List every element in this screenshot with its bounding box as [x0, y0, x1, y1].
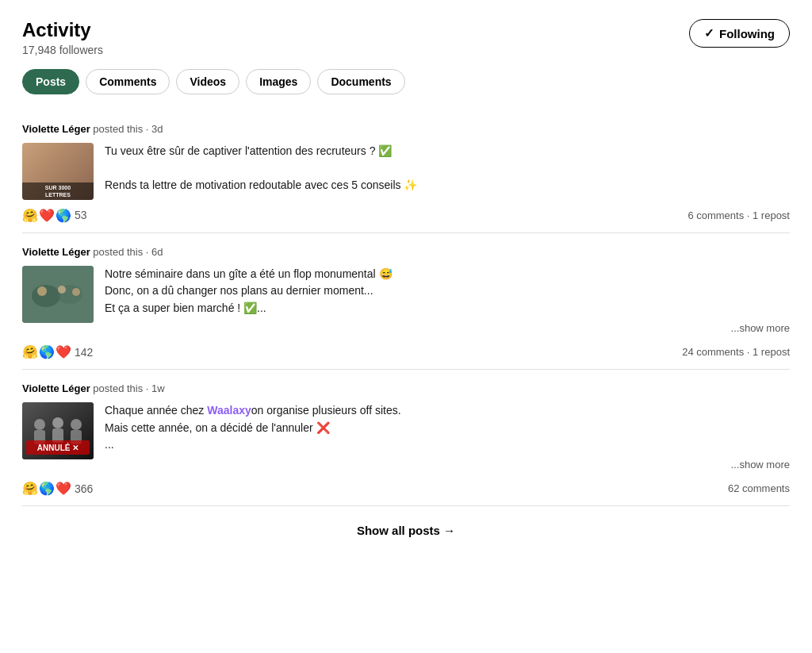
post-content: Chaque année chez Waalaxyon organise plu…	[105, 402, 790, 473]
reactions: 🤗 🌎 ❤️ 142	[22, 344, 93, 359]
post-action: posted this · 1w	[93, 382, 164, 394]
post-item: Violette Léger posted this · 1w	[22, 370, 790, 506]
post-body: ANNULÉ ✕ Chaque année chez Waalaxyon org…	[22, 402, 790, 473]
post-action: posted this · 3d	[93, 123, 163, 135]
reaction-icon-1: 🤗	[22, 344, 38, 359]
thumbnail-image: ANNULÉ ✕	[22, 402, 94, 459]
show-all-posts-button[interactable]: Show all posts →	[357, 524, 455, 537]
post-author: Violette Léger	[22, 123, 90, 135]
post-author: Violette Léger	[22, 246, 90, 258]
post-action: posted this · 6d	[93, 246, 163, 258]
reaction-icon-1: 🤗	[22, 481, 38, 496]
post-text-line2: Donc, on a dû changer nos plans au derni…	[105, 282, 790, 300]
following-button[interactable]: ✓ Following	[689, 19, 790, 48]
tab-comments[interactable]: Comments	[86, 69, 170, 94]
followers-count: 17,948 followers	[22, 44, 103, 56]
tab-images[interactable]: Images	[246, 69, 311, 94]
show-all-posts-section: Show all posts →	[22, 506, 790, 544]
waalaxy-link[interactable]: Waalaxy	[207, 404, 251, 417]
post-footer: 🤗 🌎 ❤️ 142 24 comments · 1 repost	[22, 344, 790, 359]
post-item: Violette Léger posted this · 3d SUR 3000…	[22, 110, 790, 233]
post-meta: Violette Léger posted this · 1w	[22, 382, 790, 394]
post-text-line3: ...	[105, 436, 790, 454]
svg-point-12	[71, 419, 82, 430]
reaction-icons: 🤗 ❤️ 🌎	[22, 208, 71, 223]
thumbnail-image	[22, 266, 94, 323]
post-author: Violette Léger	[22, 382, 90, 394]
post-content: Notre séminaire dans un gîte a été un fl…	[105, 266, 790, 336]
show-more-button[interactable]: ...show more	[105, 457, 790, 473]
svg-point-8	[34, 419, 45, 430]
reactions: 🤗 🌎 ❤️ 366	[22, 481, 93, 496]
thumbnail-label: SUR 3000LETTRES	[22, 182, 94, 200]
post-meta: Violette Léger posted this · 6d	[22, 246, 790, 258]
following-label: Following	[719, 27, 775, 40]
post-meta: Violette Léger posted this · 3d	[22, 123, 790, 135]
tab-videos[interactable]: Videos	[176, 69, 239, 94]
reaction-count: 142	[75, 346, 93, 359]
post-thumbnail	[22, 266, 94, 323]
svg-point-3	[37, 286, 47, 296]
reaction-icon-2: 🌎	[39, 344, 55, 359]
post-content: Tu veux être sûr de captiver l'attention…	[105, 143, 790, 194]
svg-point-10	[52, 417, 63, 428]
activity-header: Activity 17,948 followers ✓ Following	[22, 19, 790, 56]
reaction-count: 53	[75, 209, 87, 221]
reaction-icons: 🤗 🌎 ❤️	[22, 481, 71, 496]
post-item: Violette Léger posted this · 6d Notre sé…	[22, 233, 790, 370]
reaction-icon-3: ❤️	[56, 481, 71, 496]
post-footer: 🤗 ❤️ 🌎 53 6 comments · 1 repost	[22, 208, 790, 223]
post-body: Notre séminaire dans un gîte a été un fl…	[22, 266, 790, 336]
filter-tabs: Posts Comments Videos Images Documents	[22, 69, 790, 94]
svg-point-5	[72, 288, 80, 296]
post-thumbnail: ANNULÉ ✕	[22, 402, 94, 459]
show-more-button[interactable]: ...show more	[105, 321, 790, 336]
svg-point-1	[32, 285, 60, 307]
tab-posts[interactable]: Posts	[22, 69, 79, 94]
post-footer: 🤗 🌎 ❤️ 366 62 comments	[22, 481, 790, 496]
post-thumbnail: SUR 3000LETTRES	[22, 143, 94, 200]
post-body: SUR 3000LETTRES Tu veux être sûr de capt…	[22, 143, 790, 200]
post-text-line1: Notre séminaire dans un gîte a été un fl…	[105, 266, 790, 283]
reaction-icon-2: ❤️	[39, 208, 55, 223]
reactions: 🤗 ❤️ 🌎 53	[22, 208, 87, 223]
post-stats: 24 comments · 1 repost	[682, 346, 790, 358]
post-stats: 6 comments · 1 repost	[688, 209, 790, 221]
reaction-icon-2: 🌎	[39, 481, 55, 496]
post-text-line1: Chaque année chez Waalaxyon organise plu…	[105, 402, 790, 420]
post-stats: 62 comments	[728, 482, 790, 494]
post-text-line1: Tu veux être sûr de captiver l'attention…	[105, 143, 790, 160]
reaction-icon-3: ❤️	[56, 344, 71, 359]
reaction-icon-3: 🌎	[56, 208, 71, 223]
post-text-line2: Mais cette année, on a décidé de l'annul…	[105, 420, 790, 437]
reaction-icons: 🤗 🌎 ❤️	[22, 344, 71, 359]
title-block: Activity 17,948 followers	[22, 19, 103, 56]
svg-text:ANNULÉ ✕: ANNULÉ ✕	[37, 443, 79, 452]
post-text-line3: Et ça a super bien marché ! ✅...	[105, 300, 790, 317]
reaction-count: 366	[75, 482, 93, 495]
post-text-line2: Rends ta lettre de motivation redoutable…	[105, 177, 790, 194]
svg-point-4	[58, 286, 66, 294]
page-title: Activity	[22, 19, 103, 42]
tab-documents[interactable]: Documents	[317, 69, 404, 94]
check-icon: ✓	[704, 26, 714, 40]
reaction-icon-1: 🤗	[22, 208, 38, 223]
